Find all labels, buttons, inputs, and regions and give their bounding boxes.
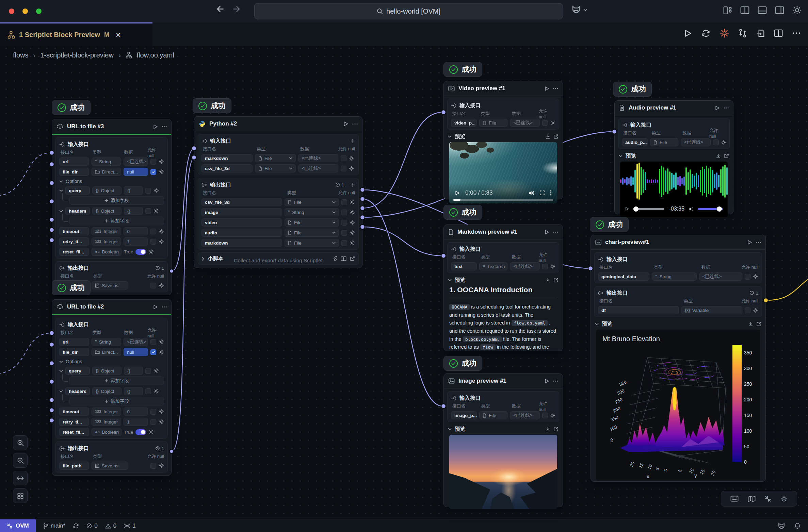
port-data[interactable]: <已连线>	[298, 164, 338, 172]
port-settings-gear-icon[interactable]	[159, 229, 164, 234]
node-menu-icon[interactable]	[162, 126, 167, 128]
allow-null-checkbox[interactable]	[150, 283, 156, 288]
run-history-button[interactable]: 1	[335, 182, 344, 187]
run-node-icon[interactable]	[544, 379, 549, 384]
settings-gear-icon[interactable]	[792, 5, 802, 15]
open-external-icon[interactable]	[553, 134, 559, 139]
add-field-button[interactable]: 添加字段	[69, 196, 164, 205]
port-data[interactable]: <已连线>	[124, 338, 148, 346]
collapse-icon[interactable]	[59, 189, 63, 192]
port-data[interactable]: <已连线>	[699, 272, 742, 281]
port-data[interactable]: null	[124, 348, 148, 356]
layout-dashboard-icon[interactable]	[723, 6, 732, 15]
port-data[interactable]: <已连线>	[510, 411, 540, 419]
allow-null-checkbox[interactable]	[713, 139, 719, 145]
allow-null-checkbox[interactable]	[145, 388, 151, 394]
port-settings-gear-icon[interactable]	[148, 249, 154, 254]
fullscreen-icon[interactable]	[540, 190, 545, 195]
allow-null-checkbox[interactable]	[150, 169, 156, 175]
port-settings-gear-icon[interactable]	[350, 210, 355, 215]
back-icon[interactable]	[216, 6, 224, 12]
download-icon[interactable]	[545, 278, 550, 283]
port-settings-gear-icon[interactable]	[350, 240, 355, 246]
node-menu-icon[interactable]	[724, 107, 729, 109]
run-node-icon[interactable]	[747, 240, 752, 245]
allow-null-checkbox[interactable]	[341, 230, 347, 236]
more-actions-icon[interactable]	[792, 32, 801, 34]
port-settings-gear-icon[interactable]	[550, 264, 555, 269]
allow-null-checkbox[interactable]	[341, 166, 346, 171]
collapse-icon[interactable]	[619, 155, 623, 157]
port-data[interactable]: 0	[124, 227, 148, 235]
export-file-icon[interactable]	[756, 29, 764, 38]
port-settings-gear-icon[interactable]	[721, 140, 726, 145]
allow-null-checkbox[interactable]	[542, 264, 548, 269]
port-settings-gear-icon[interactable]	[153, 388, 159, 394]
port-settings-gear-icon[interactable]	[349, 166, 354, 171]
allow-null-checkbox[interactable]	[150, 229, 156, 234]
rerun-icon[interactable]	[701, 29, 710, 37]
open-external-icon[interactable]	[553, 427, 559, 432]
port-data[interactable]: <已连线>	[298, 154, 338, 162]
allow-null-checkbox[interactable]	[341, 155, 346, 161]
port-settings-gear-icon[interactable]	[350, 220, 355, 225]
node-image-preview[interactable]: Image preview #1 输入接口 接口名类型数据允许 null ima…	[443, 373, 563, 507]
minimap-button[interactable]	[13, 488, 28, 503]
assistant-cat-icon[interactable]	[777, 522, 786, 530]
download-icon[interactable]	[716, 153, 721, 159]
add-field-button[interactable]: 添加字段	[69, 397, 164, 405]
type-dropdown[interactable]: File	[285, 239, 339, 247]
run-node-icon[interactable]	[544, 86, 549, 91]
port-settings-gear-icon[interactable]	[349, 155, 354, 161]
node-chart-preview[interactable]: chart-preview#1 输入接口 接口名类型数据允许 null geol…	[591, 235, 766, 482]
add-port-icon[interactable]	[351, 183, 355, 187]
boolean-toggle[interactable]	[135, 249, 146, 255]
node-menu-icon[interactable]	[553, 231, 558, 233]
port-settings-gear-icon[interactable]	[550, 120, 555, 126]
port-settings-gear-icon[interactable]	[159, 169, 164, 174]
port-settings-gear-icon[interactable]	[550, 413, 555, 418]
maximize-window-button[interactable]	[36, 9, 42, 14]
forward-icon[interactable]	[233, 6, 240, 12]
allow-null-checkbox[interactable]	[542, 120, 548, 126]
port-settings-gear-icon[interactable]	[159, 339, 164, 345]
zoom-out-button[interactable]	[13, 453, 28, 468]
allow-null-checkbox[interactable]	[145, 188, 151, 194]
download-icon[interactable]	[545, 427, 550, 432]
open-external-icon[interactable]	[553, 278, 559, 283]
run-node-icon[interactable]	[544, 230, 549, 235]
player-menu-icon[interactable]	[550, 190, 552, 196]
node-menu-icon[interactable]	[756, 242, 761, 243]
collapse-icon[interactable]	[59, 370, 63, 372]
port-data[interactable]: 1	[124, 418, 148, 426]
run-node-icon[interactable]	[153, 124, 158, 129]
image-preview-photo[interactable]	[449, 435, 557, 509]
tab-close-icon[interactable]: ✕	[115, 31, 121, 39]
allow-null-checkbox[interactable]	[150, 419, 156, 425]
keyboard-shortcuts-icon[interactable]	[730, 496, 739, 502]
allow-null-checkbox[interactable]	[341, 220, 347, 226]
run-flow-icon[interactable]	[684, 29, 692, 37]
options-toggle[interactable]: Options	[59, 359, 164, 365]
add-port-icon[interactable]	[351, 139, 355, 143]
download-icon[interactable]	[748, 321, 753, 327]
elevation-chart[interactable]: Mt Bruno Elevation	[596, 330, 760, 481]
assistant-menu-button[interactable]	[571, 5, 587, 14]
port-data[interactable]: null	[124, 168, 148, 176]
options-toggle[interactable]: Options	[59, 178, 164, 184]
allow-null-checkbox[interactable]	[341, 199, 347, 205]
port-settings-gear-icon[interactable]	[159, 349, 164, 355]
fit-view-button[interactable]	[13, 471, 28, 485]
ovm-indicator[interactable]: OVM	[0, 519, 36, 532]
swap-compare-icon[interactable]	[739, 29, 747, 38]
port-settings-gear-icon[interactable]	[153, 188, 159, 193]
ai-starburst-icon[interactable]	[720, 29, 729, 38]
port-settings-gear-icon[interactable]	[753, 274, 758, 279]
run-node-icon[interactable]	[715, 105, 720, 111]
port-data[interactable]: <已连线>	[681, 138, 711, 146]
collapse-icon[interactable]	[59, 390, 63, 393]
allow-null-checkbox[interactable]	[745, 274, 750, 280]
search-input[interactable]: hello-world [OVM]	[254, 3, 563, 19]
split-horizontal-icon[interactable]	[758, 6, 767, 14]
markdown-content[interactable]: 1. OOCANA Introduction OOCANA is a sched…	[449, 286, 557, 351]
